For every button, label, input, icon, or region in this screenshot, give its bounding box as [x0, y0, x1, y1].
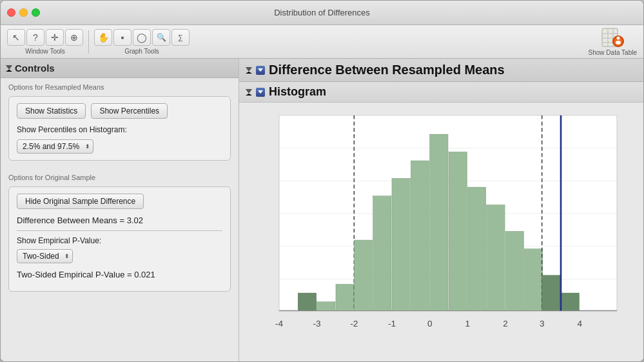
minimize-button[interactable]: [19, 8, 28, 17]
svg-rect-31: [487, 205, 505, 310]
svg-rect-30: [467, 187, 485, 310]
svg-rect-29: [449, 152, 467, 310]
help-tool[interactable]: ?: [26, 29, 44, 46]
histogram-header: Histogram: [239, 82, 643, 103]
svg-rect-25: [373, 196, 391, 311]
svg-text:-4: -4: [275, 319, 283, 328]
collapse-icon: [258, 68, 263, 72]
stats-percentiles-row: Show Statistics Show Percentiles: [17, 103, 222, 119]
window-tools-group: ↖ ? ✛ ⊕ Window Tools: [7, 29, 83, 55]
percentile-select[interactable]: 2.5% and 97.5%: [17, 139, 93, 154]
percentiles-histogram-label: Show Percentiles on Histogram:: [17, 125, 127, 134]
controls-header[interactable]: Controls: [1, 59, 239, 78]
maximize-button[interactable]: [32, 8, 40, 17]
pan-tool[interactable]: ✋: [94, 29, 112, 46]
original-sample-label: Options for Original Sample: [8, 174, 231, 181]
panel-collapse-button[interactable]: [256, 66, 265, 75]
svg-rect-36: [561, 293, 579, 310]
svg-rect-21: [317, 302, 335, 311]
graph-tools-group: ✋ ▪ ◯ 🔍 ∑ Graph Tools: [94, 29, 190, 55]
svg-text:-2: -2: [350, 319, 358, 328]
svg-rect-20: [298, 293, 316, 310]
panel-collapse-triangle: [246, 67, 252, 74]
svg-rect-28: [430, 134, 448, 310]
pvalue-select[interactable]: Two-Sided: [17, 249, 73, 263]
svg-rect-33: [524, 249, 542, 311]
resampled-means-section: Options for Resampled Means Show Statist…: [1, 78, 239, 168]
histogram-chart: -4 -3 -2 -1 0 1 2 3 4: [252, 109, 630, 348]
toolbar-separator-1: [88, 30, 89, 54]
svg-text:2: 2: [503, 319, 508, 328]
drag-tool[interactable]: ⊕: [65, 29, 83, 46]
difference-between-means-text: Difference Between Means = 3.02: [17, 216, 222, 225]
show-data-table-label: Show Data Table: [589, 49, 637, 56]
right-panel: Difference Between Resampled Means Histo…: [239, 59, 643, 361]
original-sample-section: Options for Original Sample Hide Origina…: [1, 168, 239, 299]
titlebar: Distribution of Differences: [1, 1, 643, 25]
graph-tools-icons: ✋ ▪ ◯ 🔍 ∑: [94, 29, 190, 46]
show-percentiles-button[interactable]: Show Percentiles: [91, 103, 168, 119]
show-data-table-button[interactable]: [600, 27, 625, 48]
histogram-collapse-triangle: [246, 89, 252, 96]
pointer-tool[interactable]: ↖: [7, 29, 25, 46]
original-sample-box: Hide Original Sample Difference Differen…: [8, 186, 231, 292]
resampled-means-box: Show Statistics Show Percentiles Show Pe…: [8, 96, 231, 161]
main-content: Controls Options for Resampled Means Sho…: [1, 59, 643, 361]
graph-tools-label: Graph Tools: [124, 48, 159, 55]
lasso-tool[interactable]: ◯: [133, 29, 151, 46]
histogram-title: Histogram: [269, 85, 326, 99]
svg-rect-35: [542, 276, 560, 311]
svg-point-8: [617, 37, 620, 40]
svg-text:1: 1: [465, 319, 471, 328]
svg-rect-22: [336, 284, 354, 310]
show-data-table-group: Show Data Table: [589, 27, 637, 56]
main-window: Distribution of Differences ↖ ? ✛ ⊕ Wind…: [0, 0, 644, 362]
histogram-section: Histogram: [239, 82, 643, 361]
sidebar: Controls Options for Resampled Means Sho…: [1, 59, 239, 361]
pvalue-select-wrapper: Two-Sided: [17, 249, 73, 263]
main-panel-header: Difference Between Resampled Means: [239, 59, 643, 82]
window-title: Distribution of Differences: [274, 8, 370, 17]
svg-point-9: [616, 41, 621, 45]
formula-tool[interactable]: ∑: [171, 29, 190, 46]
controls-title: Controls: [15, 63, 55, 74]
window-tools-label: Window Tools: [25, 48, 65, 55]
svg-rect-24: [354, 240, 372, 310]
svg-text:-1: -1: [388, 319, 396, 328]
toolbar: ↖ ? ✛ ⊕ Window Tools ✋ ▪ ◯ 🔍 ∑ Graph Too…: [1, 25, 643, 59]
window-tools-icons: ↖ ? ✛ ⊕: [7, 29, 83, 46]
resampled-means-label: Options for Resampled Means: [8, 83, 231, 91]
empirical-pvalue-label: Show Empirical P-Value:: [17, 236, 222, 245]
show-statistics-button[interactable]: Show Statistics: [17, 103, 86, 119]
svg-rect-32: [505, 231, 523, 310]
zoom-tool[interactable]: 🔍: [152, 29, 170, 46]
svg-text:3: 3: [540, 319, 545, 328]
svg-text:4: 4: [578, 319, 583, 328]
crosshair-tool[interactable]: ✛: [46, 29, 64, 46]
two-sided-pvalue-text: Two-Sided Empirical P-Value = 0.021: [17, 270, 222, 279]
svg-text:0: 0: [427, 319, 433, 328]
hide-original-row: Hide Original Sample Difference: [17, 194, 222, 209]
controls-collapse-triangle: [6, 65, 12, 72]
svg-rect-27: [411, 161, 429, 310]
svg-text:-3: -3: [313, 319, 321, 328]
hide-original-sample-button[interactable]: Hide Original Sample Difference: [17, 194, 144, 209]
window-controls: [7, 8, 40, 17]
percentile-select-wrapper: 2.5% and 97.5%: [17, 139, 93, 154]
percentiles-histogram-row: Show Percentiles on Histogram:: [17, 125, 222, 134]
select-tool[interactable]: ▪: [113, 29, 132, 46]
histogram-collapse-icon: [258, 90, 263, 94]
svg-rect-26: [392, 178, 410, 310]
close-button[interactable]: [7, 8, 15, 17]
divider: [17, 230, 222, 231]
histogram-collapse-button[interactable]: [256, 88, 265, 97]
chart-area: -4 -3 -2 -1 0 1 2 3 4: [239, 103, 643, 361]
main-panel-title: Difference Between Resampled Means: [269, 63, 505, 77]
